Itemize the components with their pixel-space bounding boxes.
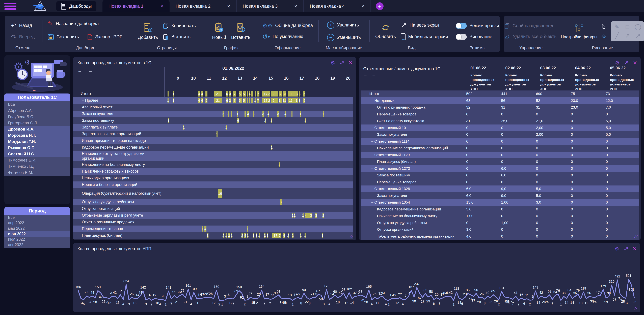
paint-bucket-icon[interactable]: [601, 33, 607, 39]
draw-line-icon[interactable]: ╱: [615, 32, 619, 39]
period-filter-item[interactable]: Все: [4, 215, 70, 220]
table-row[interactable]: Кадровое перемещение организаций5,00000: [360, 206, 639, 213]
dashboards-button[interactable]: Дашборды: [56, 1, 96, 11]
period-filter-item[interactable]: авг 2022: [4, 242, 70, 248]
dashboard-name-button[interactable]: ✎Название дашборда: [48, 21, 99, 27]
table-row[interactable]: Начисление по больничному листу1,000000: [360, 213, 639, 220]
chart-expand-icon[interactable]: [624, 246, 628, 251]
tab-close-icon[interactable]: ×: [361, 3, 364, 9]
edit-mode-toggle[interactable]: [456, 23, 467, 29]
gantt-row[interactable]: – Прочее1144221637554171722133119335: [73, 97, 353, 104]
refresh-button[interactable]: Обновить: [375, 23, 396, 39]
gantt-settings-icon[interactable]: ⚙: [330, 59, 335, 66]
period-filter-item[interactable]: июл 2022: [4, 237, 70, 242]
table-row[interactable]: – Ответственный 135413,01,003,000: [360, 199, 639, 206]
clear-objects-button[interactable]: Удалить все объекты: [504, 34, 558, 39]
user-filter-item[interactable]: Тимченко Л.Д.: [4, 163, 70, 169]
add-tab-button[interactable]: +: [376, 2, 384, 10]
zoom-out-button[interactable]: −Уменьшить: [327, 34, 361, 41]
user-filter-item[interactable]: Фетисов В.М.: [4, 169, 70, 176]
draw-rect-icon[interactable]: □: [626, 23, 629, 30]
gantt-row[interactable]: Инвентаризация товаров на складе: [73, 137, 353, 144]
redo-button[interactable]: ↷Вперед: [11, 34, 35, 40]
gantt-row[interactable]: Зарплата к выплате11: [73, 124, 353, 131]
table-collapse-controls[interactable]: ––: [364, 73, 375, 78]
drawing-toggle[interactable]: [456, 34, 467, 40]
gantt-expand-icon[interactable]: [340, 60, 344, 65]
user-filter-item[interactable]: Все: [4, 101, 70, 107]
gantt-row[interactable]: Авансовый отчет: [73, 104, 353, 111]
fullscreen-button[interactable]: На весь экран: [401, 22, 439, 28]
table-row[interactable]: Отпуска организаций3,00000: [360, 226, 639, 233]
gantt-row[interactable]: План закупок (биплан)3213124113131177422…: [73, 232, 353, 239]
tab-4[interactable]: Новая вкладка 4×: [304, 0, 371, 12]
gantt-row[interactable]: Операция (бухгалтерский и налоговый учет…: [73, 188, 353, 199]
paste-chart-button[interactable]: Вставить: [231, 22, 250, 40]
draw-pencil-icon[interactable]: ✎: [614, 23, 620, 30]
gantt-row[interactable]: Невыходы в организациях: [73, 175, 353, 181]
user-filter-item[interactable]: Морозова Н.Т.: [4, 132, 70, 138]
zoom-in-button[interactable]: +Увеличить: [327, 21, 359, 29]
table-row[interactable]: Заказа поставщику06,0000: [360, 172, 639, 179]
user-filter-item[interactable]: Дроздов И.А.: [4, 126, 70, 132]
copy-page-button[interactable]: Копировать: [163, 23, 196, 29]
period-filter-item[interactable]: май 2022: [4, 226, 70, 231]
user-filter-item[interactable]: Рыжкова О.Г.: [4, 145, 70, 151]
table-row[interactable]: – Ответственный 111400000: [360, 138, 639, 145]
gantt-row[interactable]: Перемещение товаров141: [73, 226, 353, 232]
table-row[interactable]: – Ответственный 13286,09,05,000: [360, 186, 639, 192]
table-close-icon[interactable]: ×: [633, 59, 637, 66]
dashboard-settings-button[interactable]: ⚙⚙Общие дашборда: [262, 23, 313, 28]
gantt-row[interactable]: Отчет о розничных продажах: [73, 219, 353, 226]
table-row[interactable]: – Нет данных63565223,012,0: [360, 97, 639, 104]
table-row[interactable]: – Итого5924416907573: [360, 90, 639, 97]
tab-close-icon[interactable]: ×: [160, 3, 164, 9]
gantt-row[interactable]: Начисление по больничному листу1: [73, 161, 353, 168]
gantt-row[interactable]: Начисление страховых взносов: [73, 168, 353, 175]
user-filter-item[interactable]: Григорьева С.Л.: [4, 120, 70, 126]
table-row[interactable]: Начисление зп сотрудникам организаций000…: [360, 145, 639, 152]
table-row[interactable]: Отчет о ризничных продажа32313123,07,0: [360, 104, 639, 111]
new-chart-button[interactable]: Новый: [212, 22, 226, 40]
gantt-row[interactable]: Отражение зарплаты в регл учете1114332: [73, 212, 353, 219]
menu-hamburger-icon[interactable]: [4, 1, 20, 11]
period-filter-item[interactable]: июн 2022: [4, 231, 70, 237]
table-row[interactable]: – Ответственный 10002,0005,0: [360, 124, 639, 131]
user-filter-item[interactable]: Светлый Н.С.: [4, 151, 70, 157]
chart-close-icon[interactable]: ×: [633, 245, 636, 252]
gantt-row[interactable]: Заказ поставщику16211: [73, 117, 353, 124]
cursor-icon[interactable]: [601, 23, 606, 30]
user-filter-item[interactable]: Могдалов Т.И.: [4, 138, 70, 145]
tab-3[interactable]: Новая вкладка 3×: [237, 0, 304, 12]
add-page-button[interactable]: Добавить: [138, 22, 158, 40]
default-design-button[interactable]: ↺•По умолчанию: [262, 33, 303, 40]
shape-settings-button[interactable]: Настройки фигуры: [561, 23, 597, 39]
table-settings-icon[interactable]: ⚙: [615, 59, 620, 66]
user-filter-item[interactable]: Тимофеев Б.И.: [4, 157, 70, 163]
table-row[interactable]: План закупок (биплан)00000: [360, 158, 639, 165]
save-button[interactable]: Сохранить: [48, 34, 79, 40]
period-filter-item[interactable]: апр 2022: [4, 220, 70, 226]
export-pdf-button[interactable]: A Экспорт PDF: [88, 34, 122, 40]
table-row[interactable]: Табель учета рабочего времени организаци…: [360, 233, 639, 240]
gantt-collapse-controls[interactable]: ––: [78, 68, 92, 74]
gantt-row[interactable]: – Итого1144221637554171722133119335: [73, 90, 353, 97]
tab-close-icon[interactable]: ×: [294, 3, 297, 9]
table-row[interactable]: Заказ покупателя6,09,05,000: [360, 192, 639, 199]
gantt-row[interactable]: Неявки и болезни организаций: [73, 181, 353, 188]
gantt-row[interactable]: Зарплата к выплате организаций1: [73, 131, 353, 137]
table-row[interactable]: Перемещение товаров00000: [360, 111, 639, 118]
tab-1[interactable]: Новая вкладка 1×: [102, 0, 170, 12]
gantt-row[interactable]: Заказ покупателя23212433434111: [73, 111, 353, 117]
gantt-row[interactable]: Начисление отпуска сотрудниками организа…: [73, 151, 353, 161]
tab-close-icon[interactable]: ×: [227, 3, 230, 9]
table-row[interactable]: Счет на оплату покупателю3125,021,005,0: [360, 118, 639, 124]
mobile-version-button[interactable]: Мобильная версия: [401, 33, 448, 40]
chart-settings-icon[interactable]: ⚙: [614, 246, 619, 252]
gantt-row[interactable]: Отпуска организаций: [73, 205, 353, 212]
user-filter-item[interactable]: Голубева В.С.: [4, 114, 70, 120]
paste-page-button[interactable]: Вставить: [163, 34, 190, 40]
draw-ellipse-icon[interactable]: ◯: [634, 23, 641, 30]
draw-arrow-filled-icon[interactable]: [636, 33, 640, 38]
table-row[interactable]: Отпуск по уходу за ребенком01,00000: [360, 220, 639, 226]
